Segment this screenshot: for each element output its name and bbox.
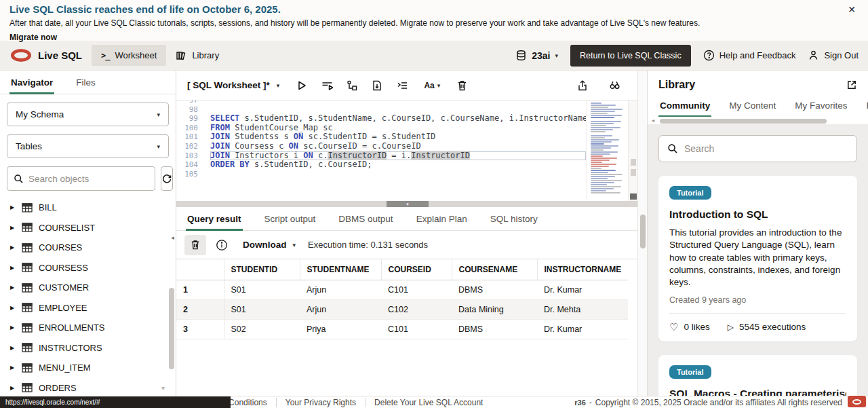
sign-out-link[interactable]: Sign Out bbox=[808, 50, 859, 61]
expand-arrow-icon[interactable]: ▶ bbox=[10, 324, 16, 331]
object-type-select[interactable]: Tables ▾ bbox=[7, 134, 169, 158]
scrollbar-thumb[interactable] bbox=[630, 193, 637, 200]
table-tree-item[interactable]: ▶ COURSELIST bbox=[0, 218, 176, 238]
help-feedback-link[interactable]: Help and Feedback bbox=[703, 50, 796, 61]
table-tree-item[interactable]: ▶ BILL bbox=[0, 198, 176, 218]
scrollbar-thumb[interactable] bbox=[660, 119, 827, 124]
return-classic-button[interactable]: Return to Live SQL Classic bbox=[570, 45, 691, 67]
table-tree-item[interactable]: ▶ EMPLOYEE bbox=[0, 298, 176, 318]
expand-arrow-icon[interactable]: ▶ bbox=[10, 265, 16, 271]
table-tree-item[interactable]: ▶ MENU_ITEM bbox=[0, 358, 176, 378]
scroll-down-arrow-icon[interactable]: ▾ bbox=[161, 384, 165, 392]
find-button[interactable] bbox=[604, 75, 625, 96]
run-button[interactable] bbox=[292, 75, 312, 96]
table-tree-item[interactable]: ▶ ORDERS bbox=[0, 378, 176, 398]
sidebar-collapse-handle[interactable]: ◂ bbox=[170, 230, 176, 245]
card-badge: Tutorial bbox=[669, 186, 711, 200]
column-header[interactable]: STUDENTID bbox=[224, 259, 300, 280]
table-row[interactable]: 2S01ArjunC102Data MiningDr. Mehta bbox=[176, 300, 628, 320]
table-row[interactable]: 1S01ArjunC101DBMSDr. Kumar bbox=[176, 280, 628, 300]
code-line[interactable]: 98 bbox=[176, 105, 586, 115]
table-icon bbox=[22, 243, 33, 253]
library-tab-recently[interactable]: Recently bbox=[865, 94, 868, 117]
library-panel: Library CommunityMy ContentMy FavoritesR… bbox=[647, 71, 868, 396]
code-line[interactable]: 103JOIN Instructors i ON c.InstructorID … bbox=[176, 151, 586, 161]
migrate-now-link[interactable]: Migrate now bbox=[9, 33, 57, 42]
editor-scrollbar[interactable] bbox=[628, 100, 637, 201]
result-tab-dbms-output[interactable]: DBMS output bbox=[337, 207, 394, 230]
clear-worksheet-button[interactable] bbox=[452, 75, 472, 96]
table-tree-item[interactable]: ▶ ENROLLMENTS bbox=[0, 318, 176, 338]
library-tab-community[interactable]: Community bbox=[658, 94, 711, 117]
table-tree-item[interactable]: ▶ COURSESS bbox=[0, 258, 176, 278]
result-tab-sql-history[interactable]: SQL history bbox=[489, 207, 539, 230]
panel-splitter[interactable]: ▼ bbox=[176, 201, 637, 207]
code-line[interactable]: 100FROM StudentCourse_Map sc bbox=[176, 124, 586, 133]
share-button[interactable] bbox=[572, 75, 593, 96]
library-cards: Tutorial Introduction to SQL This tutori… bbox=[658, 176, 857, 396]
expand-arrow-icon[interactable]: ▶ bbox=[10, 345, 16, 351]
expand-arrow-icon[interactable]: ▶ bbox=[10, 385, 16, 391]
expand-arrow-icon[interactable]: ▶ bbox=[10, 305, 16, 311]
schema-select[interactable]: My Schema ▾ bbox=[7, 103, 169, 126]
worksheet-title-dropdown[interactable]: [ SQL Worksheet ]* ▾ bbox=[187, 80, 279, 90]
play-icon: ▷ bbox=[728, 322, 734, 332]
explain-plan-button[interactable] bbox=[342, 75, 362, 96]
oracle-badge-button[interactable] bbox=[848, 396, 866, 407]
clear-results-button[interactable] bbox=[184, 235, 206, 255]
sidebar-tab-files[interactable]: Files bbox=[75, 71, 97, 94]
table-row[interactable]: 3S02PriyaC101DBMSDr. Kumar bbox=[176, 320, 628, 339]
format-button[interactable] bbox=[392, 75, 412, 96]
code-line[interactable]: 102JOIN Coursess c ON sc.CourseID = c.Co… bbox=[176, 142, 586, 151]
library-search-input[interactable] bbox=[684, 143, 848, 154]
library-tab-my-content[interactable]: My Content bbox=[728, 94, 777, 117]
close-icon[interactable]: ✕ bbox=[848, 4, 856, 15]
table-tree-item[interactable]: ▶ INSTRUCTORS bbox=[0, 338, 176, 358]
sidebar-scrollbar[interactable] bbox=[169, 179, 174, 382]
nav-tab-library[interactable]: Library bbox=[166, 45, 229, 66]
code-editor[interactable]: 979899SELECT s.StudentID, s.StudentName,… bbox=[176, 100, 637, 201]
result-tab-script-output[interactable]: Script output bbox=[263, 207, 317, 230]
download-dropdown[interactable]: Download ▾ bbox=[243, 240, 296, 250]
download-script-button[interactable] bbox=[367, 75, 387, 96]
expand-arrow-icon[interactable]: ▶ bbox=[10, 204, 16, 210]
scrollbar-thumb[interactable] bbox=[640, 215, 646, 248]
column-header[interactable]: COURSENAME bbox=[452, 259, 537, 280]
expand-arrow-icon[interactable]: ▶ bbox=[10, 225, 16, 231]
database-version-selector[interactable]: 23ai ▾ bbox=[515, 50, 558, 61]
main-scrollbar[interactable] bbox=[637, 71, 647, 396]
result-tab-query-result[interactable]: Query result bbox=[186, 207, 243, 230]
library-tab-my-favorites[interactable]: My Favorites bbox=[793, 94, 848, 117]
search-input[interactable] bbox=[28, 174, 149, 184]
column-header[interactable]: COURSEID bbox=[381, 259, 452, 280]
code-line[interactable]: 104ORDER BY s.StudentID, c.CourseID; bbox=[176, 160, 586, 170]
worksheet-toolbar-right bbox=[572, 75, 627, 96]
run-script-button[interactable] bbox=[317, 75, 337, 96]
nav-tab-worksheet[interactable]: >_ Worksheet bbox=[92, 45, 166, 66]
expand-arrow-icon[interactable]: ▶ bbox=[10, 244, 16, 251]
minimap[interactable] bbox=[586, 100, 628, 201]
result-tab-explain-plan[interactable]: Explain Plan bbox=[415, 207, 469, 230]
footer-link[interactable]: Your Privacy Rights bbox=[277, 398, 366, 407]
code-token: ON bbox=[294, 132, 303, 141]
scrollbar-thumb[interactable] bbox=[169, 288, 174, 369]
column-header[interactable]: STUDENTNAME bbox=[300, 259, 381, 280]
code-line[interactable]: 99SELECT s.StudentID, s.StudentName, c.C… bbox=[176, 114, 586, 124]
splitter-handle[interactable]: ▼ bbox=[387, 201, 429, 207]
footer-link[interactable]: Delete Your Live SQL Account bbox=[366, 398, 492, 407]
code-line[interactable]: 105 bbox=[176, 170, 586, 179]
sidebar-tab-navigator[interactable]: Navigator bbox=[9, 71, 54, 94]
table-tree-item[interactable]: ▶ COURSES bbox=[0, 238, 176, 258]
expand-arrow-icon[interactable]: ▶ bbox=[10, 284, 16, 291]
font-settings-button[interactable]: Aa ▾ bbox=[417, 75, 447, 96]
library-card[interactable]: Tutorial SQL Macros - Creating parameter… bbox=[658, 355, 857, 396]
code-line[interactable]: 97 bbox=[176, 100, 586, 105]
code-line[interactable]: 101JOIN Studentss s ON sc.StudentID = s.… bbox=[176, 132, 586, 142]
open-in-new-icon[interactable] bbox=[846, 79, 857, 90]
expand-arrow-icon[interactable]: ▶ bbox=[10, 365, 16, 371]
library-tabs-scrollbar[interactable]: ◂ bbox=[652, 119, 864, 124]
library-card[interactable]: Tutorial Introduction to SQL This tutori… bbox=[658, 176, 857, 341]
column-header[interactable]: INSTRUCTORNAME bbox=[537, 259, 628, 280]
info-icon[interactable] bbox=[212, 235, 232, 255]
table-tree-item[interactable]: ▶ CUSTOMER bbox=[0, 278, 176, 298]
